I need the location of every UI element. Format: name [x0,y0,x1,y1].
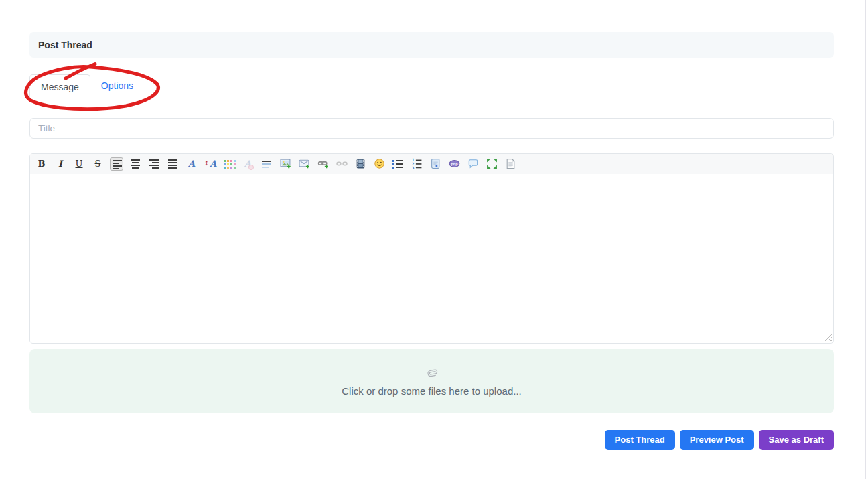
align-justify-icon[interactable] [166,157,179,171]
italic-icon[interactable]: I [54,157,67,171]
tab-options[interactable]: Options [90,74,144,100]
main-content: Post Thread Message Options BIUSAAA123ph… [29,32,834,450]
message-editor: BIUSAAA123php [29,153,834,344]
save-as-draft-button[interactable]: Save as Draft [759,430,834,450]
paperclip-icon [425,366,439,383]
numbered-list-icon[interactable]: 123 [410,157,423,171]
font-icon[interactable]: A [185,157,198,171]
editor-toolbar: BIUSAAA123php [30,154,833,174]
align-right-icon[interactable] [147,157,161,171]
thread-title-input[interactable] [29,118,834,139]
tabs-area: Message Options [29,74,834,100]
page-title: Post Thread [38,40,92,50]
insert-email-icon[interactable] [297,157,311,171]
message-editor-body[interactable] [30,174,833,343]
remove-format-icon: A [241,157,255,171]
action-buttons: Post Thread Preview Post Save as Draft [29,430,834,450]
emoticons-icon[interactable] [372,157,386,171]
horizontal-rule-icon[interactable] [260,157,273,171]
view-source-icon[interactable] [504,157,517,171]
insert-link-icon[interactable] [316,157,330,171]
strikethrough-icon[interactable]: S [91,157,104,171]
svg-text:php: php [451,162,458,166]
post-thread-page: Post Thread Message Options BIUSAAA123ph… [0,0,868,479]
tab-options-label: Options [101,80,133,91]
maximize-icon[interactable] [485,157,498,171]
insert-quote-icon[interactable] [466,157,480,171]
size-icon[interactable]: A [204,157,217,171]
svg-text:3: 3 [412,166,415,169]
tab-message-label: Message [41,82,79,92]
unlink-icon [335,157,348,171]
upload-hint-label: Click or drop some files here to upload.… [342,385,521,397]
align-left-icon[interactable] [110,157,123,171]
insert-video-icon[interactable] [354,157,367,171]
preview-post-button[interactable]: Preview Post [680,430,754,450]
panel-header: Post Thread [29,32,834,58]
insert-php-icon[interactable]: php [447,157,461,171]
file-upload-dropzone[interactable]: Click or drop some files here to upload.… [29,349,834,413]
color-icon[interactable] [222,157,236,171]
bold-icon[interactable]: B [35,157,48,171]
underline-icon[interactable]: U [72,157,86,171]
scrollbar-track-edge [865,0,866,479]
align-center-icon[interactable] [129,157,142,171]
post-thread-button[interactable]: Post Thread [605,430,675,450]
bullet-list-icon[interactable] [391,157,405,171]
insert-image-icon[interactable] [279,157,292,171]
tab-message[interactable]: Message [29,74,90,100]
tab-bar: Message Options [29,74,834,100]
insert-code-icon[interactable] [429,157,442,171]
